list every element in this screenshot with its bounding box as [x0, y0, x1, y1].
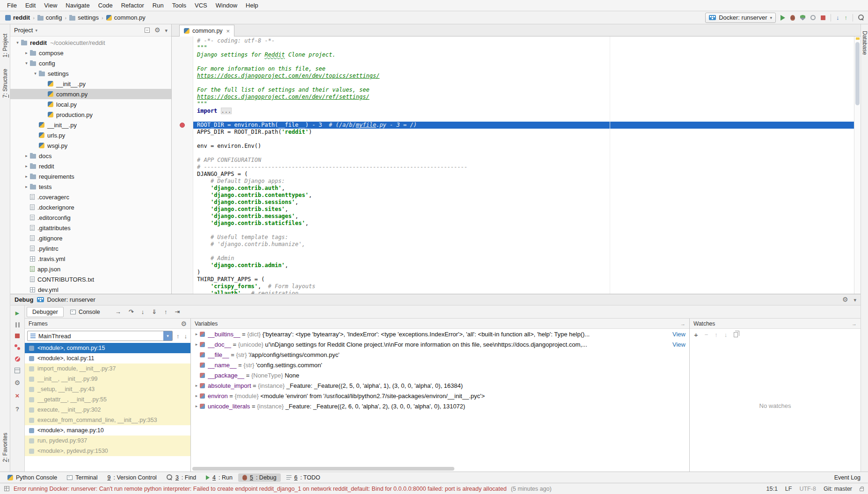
coverage-icon[interactable] — [800, 15, 805, 21]
tool-tab-3-find[interactable]: 3: Find — [162, 473, 200, 482]
tool-window-switcher-icon[interactable] — [4, 486, 9, 491]
run-to-cursor-icon[interactable]: ⇥ — [175, 309, 180, 315]
profiler-icon[interactable] — [810, 15, 816, 20]
code-line-23[interactable]: 'django.contrib.contenttypes', — [193, 192, 854, 199]
tree-item-production-py[interactable]: production.py — [10, 109, 171, 120]
frame-row[interactable]: run, pydevd.py:937 — [25, 436, 190, 446]
chevron-closed-icon[interactable]: ▸ — [23, 164, 30, 168]
code-line-22[interactable]: 'django.contrib.auth', — [193, 185, 854, 192]
force-step-into-icon[interactable]: ⇓ — [152, 309, 157, 315]
code-line-13[interactable]: ROOT_DIR = environ.Path(__file__) - 3 # … — [193, 122, 854, 129]
tree-item-settings[interactable]: ▾settings — [10, 68, 171, 79]
stop-icon[interactable] — [15, 334, 20, 338]
code-line-18[interactable]: # APP CONFIGURATION — [193, 157, 854, 164]
tree-item-pylintrc[interactable]: .pylintrc — [10, 243, 171, 254]
help-icon[interactable] — [15, 406, 19, 413]
tool-tab-5-debug[interactable]: 5: Debug — [238, 473, 281, 482]
scrollbar-thumb[interactable] — [855, 42, 860, 105]
menu-help[interactable]: Help — [241, 0, 263, 10]
step-over-icon[interactable]: ↷ — [129, 309, 134, 315]
code-line-24[interactable]: 'django.contrib.sessions', — [193, 199, 854, 206]
menu-vcs[interactable]: VCS — [190, 0, 212, 10]
code-line-11[interactable]: import ... — [193, 108, 854, 115]
tool-tab-4-run[interactable]: 4: Run — [202, 473, 237, 482]
tree-item-reddit[interactable]: ▸reddit — [10, 161, 171, 171]
git-branch-widget[interactable]: Git: master — [824, 486, 852, 492]
code-line-27[interactable]: 'django.contrib.staticfiles', — [193, 220, 854, 227]
code-line-19[interactable]: # --------------------------------------… — [193, 164, 854, 171]
code-line-34[interactable]: ) — [193, 269, 854, 276]
editor-tab-common-py[interactable]: common.py × — [179, 25, 234, 36]
frame-row[interactable]: import_module, __init__.py:37 — [25, 363, 190, 374]
menu-window[interactable]: Window — [212, 0, 241, 10]
frame-row[interactable]: execute, __init__.py:302 — [25, 405, 190, 415]
code-line-35[interactable]: THIRD_PARTY_APPS = ( — [193, 276, 854, 283]
tree-item-reddit[interactable]: ▾reddit~/cookiecutter/reddit — [10, 37, 171, 48]
code-line-6[interactable]: https://docs.djangoproject.com/en/dev/to… — [193, 73, 854, 80]
menu-tools[interactable]: Tools — [168, 0, 190, 10]
search-everywhere-icon[interactable] — [858, 15, 864, 21]
code-line-31[interactable] — [193, 248, 854, 255]
menu-view[interactable]: View — [40, 0, 61, 10]
expand-arrow-icon[interactable]: ▸ — [193, 332, 200, 336]
view-link[interactable]: View — [669, 341, 686, 348]
breakpoint-icon[interactable] — [180, 123, 185, 128]
code-line-2[interactable]: """ — [193, 44, 854, 51]
tool-button-7-structure[interactable]: 7: Structure — [2, 69, 8, 98]
move-down-icon[interactable]: ↓ — [724, 332, 728, 338]
tree-item-coveragerc[interactable]: .coveragerc — [10, 192, 171, 202]
code-line-28[interactable] — [193, 227, 854, 234]
hide-icon[interactable] — [853, 296, 856, 303]
code-line-37[interactable]: 'allauth', # registration — [193, 290, 854, 294]
debug-tab-debugger[interactable]: Debugger — [27, 307, 64, 317]
breadcrumb-config[interactable]: config — [36, 13, 64, 22]
frame-row[interactable]: __getattr__, __init__.py:55 — [25, 394, 190, 405]
code-line-33[interactable]: 'django.contrib.admin', — [193, 262, 854, 269]
tree-item-compose[interactable]: ▸compose — [10, 48, 171, 58]
tree-item-docs[interactable]: ▸docs — [10, 151, 171, 161]
chevron-closed-icon[interactable]: ▸ — [23, 184, 30, 189]
add-watch-icon[interactable]: + — [694, 331, 698, 338]
caret-position-widget[interactable]: 15:1 — [766, 486, 778, 492]
run-icon[interactable] — [780, 15, 785, 21]
view-link[interactable]: View — [669, 331, 686, 338]
chevron-open-icon[interactable]: ▾ — [23, 61, 30, 65]
code-line-32[interactable]: # Admin — [193, 255, 854, 262]
remove-watch-icon[interactable]: − — [705, 332, 708, 338]
tool-button-2-favorites[interactable]: 2: Favorites — [2, 433, 8, 462]
stop-icon[interactable] — [821, 15, 825, 20]
step-out-icon[interactable]: ↑ — [164, 309, 168, 315]
tool-button-1-project[interactable]: 1: Project — [2, 34, 8, 58]
frame-row[interactable]: <module>, local.py:11 — [25, 353, 190, 363]
tool-tab-6-todo[interactable]: 6: TODO — [282, 473, 325, 482]
tool-tab-python-console[interactable]: Python Console — [3, 473, 61, 482]
code-line-9[interactable]: https://docs.djangoproject.com/en/dev/re… — [193, 94, 854, 101]
settings-icon[interactable] — [842, 296, 848, 303]
code-line-29[interactable]: # Useful template tags: — [193, 234, 854, 241]
chevron-down-icon[interactable]: ▾ — [163, 331, 172, 341]
variable-row-file[interactable]: __file__ = {str} '/app/config/settings/c… — [191, 349, 689, 360]
code-line-36[interactable]: 'crispy_forms', # Form layouts — [193, 283, 854, 290]
copy-icon[interactable] — [734, 332, 738, 337]
expand-arrow-icon[interactable]: ▸ — [193, 393, 200, 398]
breadcrumb-reddit[interactable]: reddit — [4, 13, 31, 22]
hide-icon[interactable] — [165, 27, 168, 34]
expand-arrow-icon[interactable]: ▸ — [193, 404, 200, 408]
tree-item-config[interactable]: ▾config — [10, 58, 171, 68]
frame-row[interactable]: <module>, pydevd.py:1530 — [25, 446, 190, 456]
chevron-closed-icon[interactable]: ▸ — [23, 51, 30, 55]
tree-item-editorconfig[interactable]: .editorconfig — [10, 212, 171, 223]
tree-item-wsgi-py[interactable]: wsgi.py — [10, 140, 171, 151]
menu-run[interactable]: Run — [148, 0, 168, 10]
code-line-5[interactable]: For more information on this file, see — [193, 65, 854, 73]
code-line-7[interactable] — [193, 80, 854, 87]
variable-row-builtins[interactable]: ▸__builtins__ = {dict} {'bytearray': <ty… — [191, 329, 689, 339]
view-breakpoints-icon[interactable] — [15, 344, 21, 350]
vcs-commit-icon[interactable] — [845, 14, 848, 21]
restore-layout-icon[interactable] — [15, 368, 20, 373]
code-line-12[interactable] — [193, 115, 854, 122]
code-line-14[interactable]: APPS_DIR = ROOT_DIR.path('reddit') — [193, 129, 854, 136]
code-line-16[interactable]: env = environ.Env() — [193, 143, 854, 150]
collapse-all-icon[interactable] — [145, 28, 150, 33]
frame-row[interactable]: __init__, __init__.py:99 — [25, 374, 190, 384]
